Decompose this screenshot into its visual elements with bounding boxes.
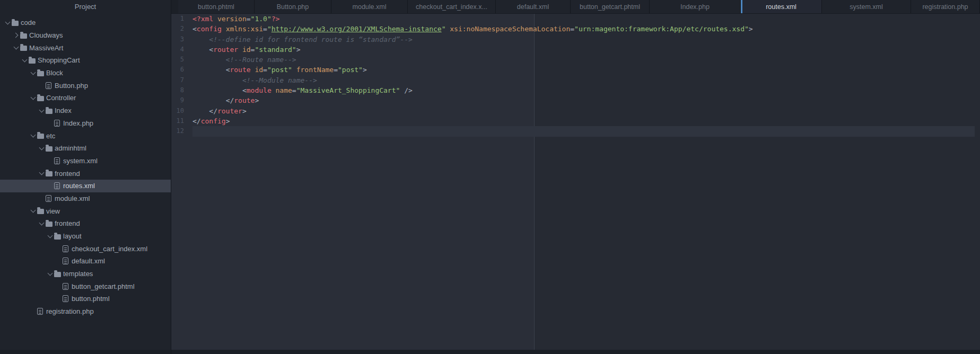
- code-line-10[interactable]: 10 </router>: [171, 106, 980, 116]
- status-bar: [0, 350, 980, 354]
- code-token: ?>: [272, 15, 280, 23]
- tree-item-controller[interactable]: Controller: [0, 92, 171, 104]
- tab-label: routes.xml: [766, 3, 797, 11]
- code-line-5[interactable]: 5 <!--Route name-->: [171, 55, 980, 65]
- active-tab-indicator: [741, 0, 742, 13]
- tree-item-label: button.phtml: [72, 295, 110, 303]
- tree-item-button-getcart-phtml[interactable]: button_getcart.phtml: [0, 280, 171, 293]
- code-token: frontName: [296, 66, 334, 74]
- code-line-7[interactable]: 7 <!--Module name-->: [171, 75, 980, 85]
- tree-item-label: system.xml: [63, 157, 98, 165]
- chevron-down-icon[interactable]: [38, 107, 46, 114]
- code-token: xmlns:xsi: [226, 25, 263, 33]
- tree-item-button-phtml[interactable]: button.phtml: [0, 293, 171, 305]
- code-line-9[interactable]: 9 </route>: [171, 95, 980, 105]
- tree-item-default-xml[interactable]: default.xml: [0, 255, 171, 268]
- code-line-12[interactable]: 12: [171, 126, 980, 136]
- tree-item-label: adminhtml: [55, 144, 86, 152]
- file-icon: [37, 308, 43, 315]
- tree-item-templates[interactable]: templates: [0, 268, 171, 280]
- code-line-3[interactable]: 3 <!--define id for frontend route is “s…: [171, 34, 980, 45]
- code-line-11[interactable]: 11</config>: [171, 116, 980, 126]
- code-line-6[interactable]: 6 <route id="post" frontName="post">: [171, 65, 980, 75]
- tab-checkout-cart-index-x[interactable]: checkout_cart_index.x...: [408, 0, 496, 13]
- code-token: "standard": [255, 46, 296, 54]
- project-panel-header[interactable]: Project: [0, 0, 171, 13]
- code-token: version: [217, 15, 247, 23]
- tree-item-checkout-cart-index-xml[interactable]: checkout_cart_index.xml: [0, 242, 171, 255]
- tab-button-getcart-phtml[interactable]: button_getcart.phtml: [571, 0, 650, 13]
- tab-button-phtml[interactable]: button.phtml: [178, 0, 255, 13]
- tree-item-code[interactable]: code: [0, 16, 171, 29]
- code-line-1[interactable]: 1<?xml version="1.0"?>: [171, 14, 980, 24]
- tab-index-php[interactable]: Index.php: [650, 0, 741, 13]
- tab-registration-php[interactable]: registration.php: [911, 0, 980, 13]
- code-token: ": [267, 25, 272, 33]
- tree-item-layout[interactable]: layout: [0, 230, 171, 243]
- schema-url-link[interactable]: http://www.w3.org/2001/XMLSchema-instanc…: [272, 25, 442, 33]
- chevron-down-icon[interactable]: [4, 19, 12, 26]
- tree-item-cloudways[interactable]: Cloudways: [0, 29, 171, 42]
- tab-button-php[interactable]: Button.php: [255, 0, 331, 13]
- tree-item-index[interactable]: Index: [0, 104, 171, 117]
- tree-item-etc[interactable]: etc: [0, 129, 171, 142]
- folder-icon: [54, 234, 61, 240]
- code-token: <!--define id for frontend route is “sta…: [192, 36, 413, 43]
- tree-item-label: Index.php: [63, 119, 93, 127]
- tree-item-button-php[interactable]: Button.php: [0, 79, 171, 92]
- chevron-down-icon[interactable]: [38, 170, 46, 177]
- code-token: </: [209, 107, 217, 115]
- chevron-down-icon[interactable]: [30, 69, 37, 77]
- tree-item-adminhtml[interactable]: adminhtml: [0, 142, 171, 155]
- file-icon: [63, 283, 68, 290]
- chevron-down-icon[interactable]: [30, 94, 37, 102]
- tab-default-xml[interactable]: default.xml: [496, 0, 571, 13]
- tree-item-frontend[interactable]: frontend: [0, 217, 171, 230]
- tree-item-shoppingcart[interactable]: ShoppingCart: [0, 54, 171, 67]
- tree-item-index-php[interactable]: Index.php: [0, 117, 171, 130]
- tree-item-view[interactable]: view: [0, 205, 171, 217]
- chevron-down-icon[interactable]: [38, 145, 46, 152]
- code-token: >: [749, 25, 753, 33]
- tree-item-frontend[interactable]: frontend: [0, 167, 171, 180]
- code-token: id: [242, 46, 251, 54]
- project-panel: Project codeCloudwaysMassiveArtShoppingC…: [0, 0, 171, 350]
- chevron-right-icon[interactable]: [13, 32, 20, 39]
- tree-item-routes-xml[interactable]: routes.xml: [0, 180, 171, 192]
- tree-item-label: Block: [46, 69, 63, 77]
- code-token: [192, 86, 242, 94]
- chevron-down-icon[interactable]: [47, 270, 54, 278]
- chevron-down-icon[interactable]: [30, 207, 37, 215]
- tree-item-label: checkout_cart_index.xml: [72, 245, 147, 253]
- tree-item-massiveart[interactable]: MassiveArt: [0, 41, 171, 54]
- file-icon: [46, 82, 51, 89]
- code-token: "post": [267, 66, 292, 74]
- code-line-8[interactable]: 8 <module name="MassiveArt_ShoppingCart"…: [171, 85, 980, 95]
- file-icon: [63, 245, 68, 252]
- tab-routes-xml[interactable]: routes.xml: [741, 0, 822, 13]
- editor-scrollbar[interactable]: [975, 14, 980, 350]
- chevron-down-icon[interactable]: [38, 220, 46, 227]
- chevron-down-icon[interactable]: [47, 233, 54, 240]
- code-token: [192, 66, 226, 74]
- chevron-down-icon[interactable]: [13, 44, 20, 51]
- code-token: />: [404, 86, 413, 94]
- chevron-down-icon[interactable]: [21, 57, 29, 64]
- panel-resize-handle[interactable]: [171, 0, 171, 354]
- code-line-2[interactable]: 2<config xmlns:xsi="http://www.w3.org/20…: [171, 24, 980, 34]
- tree-item-registration-php[interactable]: registration.php: [0, 305, 171, 318]
- file-icon: [54, 157, 60, 164]
- chevron-down-icon[interactable]: [30, 132, 37, 139]
- tree-item-system-xml[interactable]: system.xml: [0, 155, 171, 167]
- tab-system-xml[interactable]: system.xml: [822, 0, 911, 13]
- folder-icon: [29, 58, 36, 64]
- editor-body[interactable]: 1<?xml version="1.0"?>2<config xmlns:xsi…: [171, 14, 980, 350]
- code-token: [222, 25, 226, 33]
- folder-icon: [46, 109, 52, 114]
- code-token: [400, 86, 404, 94]
- tree-item-module-xml[interactable]: module.xml: [0, 192, 171, 205]
- code-line-4[interactable]: 4 <router id="standard">: [171, 45, 980, 55]
- tab-label: module.xml: [353, 3, 387, 11]
- tab-module-xml[interactable]: module.xml: [331, 0, 408, 13]
- tree-item-block[interactable]: Block: [0, 67, 171, 79]
